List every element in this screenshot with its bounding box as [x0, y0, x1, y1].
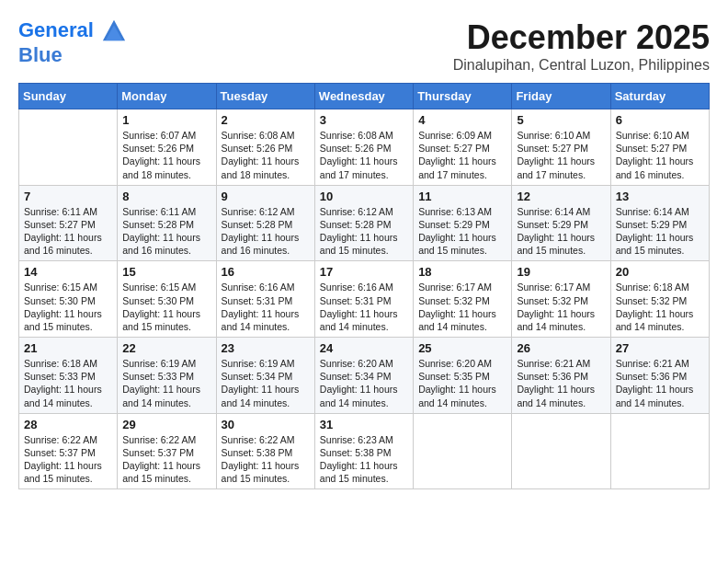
day-info: Sunrise: 6:14 AMSunset: 5:29 PMDaylight:…: [616, 205, 704, 258]
day-info: Sunrise: 6:22 AMSunset: 5:38 PMDaylight:…: [222, 433, 310, 486]
day-number: 18: [418, 265, 506, 279]
day-info: Sunrise: 6:07 AMSunset: 5:26 PMDaylight:…: [122, 129, 210, 181]
day-info: Sunrise: 6:15 AMSunset: 5:30 PMDaylight:…: [24, 281, 112, 333]
day-number: 31: [320, 418, 408, 431]
day-cell: 14Sunrise: 6:15 AMSunset: 5:30 PMDayligh…: [19, 261, 118, 338]
weekday-header-wednesday: Wednesday: [314, 84, 413, 109]
day-cell: 20Sunrise: 6:18 AMSunset: 5:32 PMDayligh…: [610, 261, 709, 338]
day-number: 28: [24, 418, 112, 431]
day-info: Sunrise: 6:16 AMSunset: 5:31 PMDaylight:…: [320, 281, 408, 333]
day-number: 4: [418, 113, 506, 127]
day-cell: 10Sunrise: 6:12 AMSunset: 5:28 PMDayligh…: [314, 185, 413, 261]
day-cell: 26Sunrise: 6:21 AMSunset: 5:36 PMDayligh…: [512, 338, 610, 414]
day-number: 3: [320, 113, 408, 127]
day-number: 13: [616, 190, 704, 203]
logo-text: General: [18, 18, 127, 44]
day-info: Sunrise: 6:10 AMSunset: 5:27 PMDaylight:…: [616, 129, 704, 181]
day-info: Sunrise: 6:23 AMSunset: 5:38 PMDaylight:…: [320, 433, 408, 486]
day-number: 30: [222, 418, 310, 431]
day-number: 27: [616, 341, 704, 355]
day-info: Sunrise: 6:18 AMSunset: 5:33 PMDaylight:…: [24, 357, 112, 409]
weekday-header-saturday: Saturday: [610, 84, 709, 109]
day-cell: 31Sunrise: 6:23 AMSunset: 5:38 PMDayligh…: [314, 413, 413, 489]
day-number: 12: [517, 190, 605, 203]
day-number: 16: [222, 265, 310, 279]
day-info: Sunrise: 6:17 AMSunset: 5:32 PMDaylight:…: [517, 281, 605, 333]
day-info: Sunrise: 6:19 AMSunset: 5:33 PMDaylight:…: [122, 357, 210, 409]
day-cell: 29Sunrise: 6:22 AMSunset: 5:37 PMDayligh…: [118, 413, 216, 489]
week-row-2: 7Sunrise: 6:11 AMSunset: 5:27 PMDaylight…: [19, 185, 710, 261]
day-info: Sunrise: 6:08 AMSunset: 5:26 PMDaylight:…: [320, 129, 408, 181]
weekday-header-friday: Friday: [512, 84, 610, 109]
day-number: 20: [616, 265, 704, 279]
day-info: Sunrise: 6:12 AMSunset: 5:28 PMDaylight:…: [320, 205, 408, 258]
day-number: 19: [517, 265, 605, 279]
day-cell: 9Sunrise: 6:12 AMSunset: 5:28 PMDaylight…: [216, 185, 314, 261]
weekday-header-row: SundayMondayTuesdayWednesdayThursdayFrid…: [19, 84, 710, 109]
day-cell: 11Sunrise: 6:13 AMSunset: 5:29 PMDayligh…: [414, 185, 512, 261]
day-number: 17: [320, 265, 408, 279]
day-cell: 19Sunrise: 6:17 AMSunset: 5:32 PMDayligh…: [512, 261, 610, 338]
day-cell: 24Sunrise: 6:20 AMSunset: 5:34 PMDayligh…: [314, 338, 413, 414]
day-info: Sunrise: 6:11 AMSunset: 5:28 PMDaylight:…: [122, 205, 210, 258]
day-number: 11: [418, 190, 506, 203]
day-number: 2: [222, 113, 310, 127]
week-row-3: 14Sunrise: 6:15 AMSunset: 5:30 PMDayligh…: [19, 261, 710, 338]
day-info: Sunrise: 6:16 AMSunset: 5:31 PMDaylight:…: [222, 281, 310, 333]
day-cell: 22Sunrise: 6:19 AMSunset: 5:33 PMDayligh…: [118, 338, 216, 414]
day-number: 7: [24, 190, 112, 203]
day-cell: 13Sunrise: 6:14 AMSunset: 5:29 PMDayligh…: [610, 185, 709, 261]
day-number: 5: [517, 113, 605, 127]
day-info: Sunrise: 6:15 AMSunset: 5:30 PMDaylight:…: [122, 281, 210, 333]
day-info: Sunrise: 6:22 AMSunset: 5:37 PMDaylight:…: [122, 433, 210, 486]
day-number: 23: [222, 341, 310, 355]
day-cell: 4Sunrise: 6:09 AMSunset: 5:27 PMDaylight…: [414, 109, 512, 186]
day-info: Sunrise: 6:18 AMSunset: 5:32 PMDaylight:…: [616, 281, 704, 333]
day-info: Sunrise: 6:20 AMSunset: 5:34 PMDaylight:…: [320, 357, 408, 409]
logo: General Blue: [18, 18, 127, 66]
day-cell: 21Sunrise: 6:18 AMSunset: 5:33 PMDayligh…: [19, 338, 118, 414]
day-number: 25: [418, 341, 506, 355]
page-header: General Blue December 2025 Dinalupihan, …: [18, 18, 710, 74]
day-number: 21: [24, 341, 112, 355]
weekday-header-thursday: Thursday: [414, 84, 512, 109]
day-cell: 6Sunrise: 6:10 AMSunset: 5:27 PMDaylight…: [610, 109, 709, 186]
day-cell: 12Sunrise: 6:14 AMSunset: 5:29 PMDayligh…: [512, 185, 610, 261]
day-cell: 8Sunrise: 6:11 AMSunset: 5:28 PMDaylight…: [118, 185, 216, 261]
day-number: 9: [222, 190, 310, 203]
day-cell: 1Sunrise: 6:07 AMSunset: 5:26 PMDaylight…: [118, 109, 216, 186]
weekday-header-monday: Monday: [118, 84, 216, 109]
day-number: 1: [122, 113, 210, 127]
day-cell: [19, 109, 118, 186]
day-cell: 28Sunrise: 6:22 AMSunset: 5:37 PMDayligh…: [19, 413, 118, 489]
day-cell: 3Sunrise: 6:08 AMSunset: 5:26 PMDaylight…: [314, 109, 413, 186]
week-row-1: 1Sunrise: 6:07 AMSunset: 5:26 PMDaylight…: [19, 109, 710, 186]
day-info: Sunrise: 6:13 AMSunset: 5:29 PMDaylight:…: [418, 205, 506, 258]
logo-line2: Blue: [18, 44, 127, 66]
day-cell: 16Sunrise: 6:16 AMSunset: 5:31 PMDayligh…: [216, 261, 314, 338]
day-info: Sunrise: 6:08 AMSunset: 5:26 PMDaylight:…: [222, 129, 310, 181]
day-info: Sunrise: 6:12 AMSunset: 5:28 PMDaylight:…: [222, 205, 310, 258]
calendar-table: SundayMondayTuesdayWednesdayThursdayFrid…: [18, 83, 710, 489]
day-number: 26: [517, 341, 605, 355]
week-row-4: 21Sunrise: 6:18 AMSunset: 5:33 PMDayligh…: [19, 338, 710, 414]
day-info: Sunrise: 6:09 AMSunset: 5:27 PMDaylight:…: [418, 129, 506, 181]
day-info: Sunrise: 6:21 AMSunset: 5:36 PMDaylight:…: [616, 357, 704, 409]
day-cell: 5Sunrise: 6:10 AMSunset: 5:27 PMDaylight…: [512, 109, 610, 186]
day-info: Sunrise: 6:10 AMSunset: 5:27 PMDaylight:…: [517, 129, 605, 181]
day-number: 10: [320, 190, 408, 203]
day-number: 14: [24, 265, 112, 279]
day-cell: 27Sunrise: 6:21 AMSunset: 5:36 PMDayligh…: [610, 338, 709, 414]
title-block: December 2025 Dinalupihan, Central Luzon…: [453, 18, 710, 74]
day-cell: 30Sunrise: 6:22 AMSunset: 5:38 PMDayligh…: [216, 413, 314, 489]
day-cell: 17Sunrise: 6:16 AMSunset: 5:31 PMDayligh…: [314, 261, 413, 338]
day-info: Sunrise: 6:19 AMSunset: 5:34 PMDaylight:…: [222, 357, 310, 409]
day-info: Sunrise: 6:11 AMSunset: 5:27 PMDaylight:…: [24, 205, 112, 258]
weekday-header-sunday: Sunday: [19, 84, 118, 109]
week-row-5: 28Sunrise: 6:22 AMSunset: 5:37 PMDayligh…: [19, 413, 710, 489]
day-number: 24: [320, 341, 408, 355]
day-info: Sunrise: 6:14 AMSunset: 5:29 PMDaylight:…: [517, 205, 605, 258]
day-number: 6: [616, 113, 704, 127]
day-cell: [610, 413, 709, 489]
day-cell: 18Sunrise: 6:17 AMSunset: 5:32 PMDayligh…: [414, 261, 512, 338]
